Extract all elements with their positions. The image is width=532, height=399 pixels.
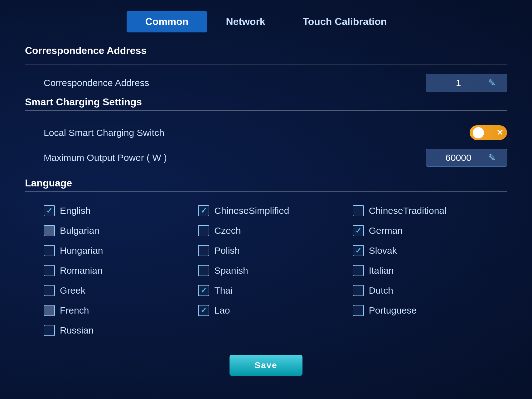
tab-bar: Common Network Touch Calibration — [25, 6, 507, 32]
lang-item-polish[interactable]: Polish — [198, 242, 352, 259]
checkbox-polish[interactable] — [198, 245, 209, 256]
lang-item-lao[interactable]: Lao — [198, 302, 352, 319]
language-column-3: ChineseTraditionalGermanSlovakItalianDut… — [353, 202, 507, 339]
lang-label-greek: Greek — [60, 285, 85, 296]
tab-network[interactable]: Network — [207, 11, 284, 32]
lang-label-chinesesimplified: ChineseSimplified — [214, 205, 289, 216]
save-button-container: Save — [25, 355, 507, 376]
lang-label-english: English — [60, 205, 90, 216]
lang-item-hungarian[interactable]: Hungarian — [44, 242, 198, 259]
lang-item-russian[interactable]: Russian — [44, 322, 198, 339]
max-output-power-row: Maximum Output Power ( W ) 60000 ✎ — [25, 144, 507, 171]
language-section: Language EnglishBulgarianHungarianRomani… — [25, 177, 507, 339]
language-column-1: EnglishBulgarianHungarianRomanianGreekFr… — [44, 202, 198, 339]
lang-label-german: German — [369, 225, 403, 236]
checkbox-english[interactable] — [44, 205, 55, 216]
max-output-power-value: 60000 — [434, 152, 483, 163]
checkbox-italian[interactable] — [353, 265, 364, 276]
lang-label-russian: Russian — [60, 325, 94, 336]
lang-label-italian: Italian — [369, 265, 394, 276]
language-grid: EnglishBulgarianHungarianRomanianGreekFr… — [25, 202, 507, 339]
lang-label-polish: Polish — [214, 245, 240, 256]
checkbox-spanish[interactable] — [198, 265, 209, 276]
language-column-2: ChineseSimplifiedCzechPolishSpanishThaiL… — [198, 202, 352, 339]
max-output-power-label: Maximum Output Power ( W ) — [44, 152, 426, 163]
checkbox-chinesetraditional[interactable] — [353, 205, 364, 216]
checkbox-slovak[interactable] — [353, 245, 364, 256]
lang-item-chinesesimplified[interactable]: ChineseSimplified — [198, 202, 352, 219]
lang-item-greek[interactable]: Greek — [44, 282, 198, 299]
language-section-header: Language — [25, 177, 507, 192]
lang-item-italian[interactable]: Italian — [353, 262, 507, 279]
toggle-x-icon: ✕ — [496, 128, 503, 137]
lang-item-slovak[interactable]: Slovak — [353, 242, 507, 259]
checkbox-hungarian[interactable] — [44, 245, 55, 256]
correspondence-address-input[interactable]: 1 ✎ — [426, 74, 507, 92]
correspondence-section-header: Correspondence Address — [25, 45, 507, 59]
checkbox-romanian[interactable] — [44, 265, 55, 276]
lang-label-bulgarian: Bulgarian — [60, 225, 99, 236]
tab-touch-calibration[interactable]: Touch Calibration — [284, 11, 406, 32]
checkbox-bulgarian[interactable] — [44, 225, 55, 236]
lang-label-chinesetraditional: ChineseTraditional — [369, 205, 447, 216]
save-button[interactable]: Save — [230, 355, 302, 376]
tab-common[interactable]: Common — [127, 11, 207, 32]
lang-item-bulgarian[interactable]: Bulgarian — [44, 222, 198, 239]
lang-item-french[interactable]: French — [44, 302, 198, 319]
lang-item-chinesetraditional[interactable]: ChineseTraditional — [353, 202, 507, 219]
lang-label-thai: Thai — [214, 285, 232, 296]
checkbox-greek[interactable] — [44, 285, 55, 296]
checkbox-russian[interactable] — [44, 325, 55, 336]
lang-label-hungarian: Hungarian — [60, 245, 103, 256]
lang-label-portuguese: Portuguese — [369, 305, 417, 316]
smart-charging-section-header: Smart Charging Settings — [25, 96, 507, 111]
checkbox-portuguese[interactable] — [353, 305, 364, 316]
checkbox-thai[interactable] — [198, 285, 209, 296]
lang-label-spanish: Spanish — [214, 265, 248, 276]
max-power-edit-icon[interactable]: ✎ — [488, 152, 499, 163]
smart-charging-toggle[interactable]: ✕ — [470, 125, 507, 140]
lang-label-romanian: Romanian — [60, 265, 103, 276]
lang-item-romanian[interactable]: Romanian — [44, 262, 198, 279]
smart-charging-switch-row: Local Smart Charging Switch ✕ — [25, 121, 507, 144]
toggle-circle — [473, 127, 484, 138]
correspondence-address-label: Correspondence Address — [44, 78, 426, 88]
lang-item-spanish[interactable]: Spanish — [198, 262, 352, 279]
correspondence-address-row: Correspondence Address 1 ✎ — [25, 70, 507, 96]
checkbox-lao[interactable] — [198, 305, 209, 316]
max-output-power-input[interactable]: 60000 ✎ — [426, 149, 507, 167]
lang-item-english[interactable]: English — [44, 202, 198, 219]
lang-item-dutch[interactable]: Dutch — [353, 282, 507, 299]
checkbox-czech[interactable] — [198, 225, 209, 236]
divider-language — [25, 197, 507, 197]
divider-correspondence — [25, 64, 507, 65]
checkbox-french[interactable] — [44, 305, 55, 316]
correspondence-edit-icon[interactable]: ✎ — [488, 77, 499, 89]
lang-label-french: French — [60, 305, 89, 316]
lang-item-thai[interactable]: Thai — [198, 282, 352, 299]
lang-item-czech[interactable]: Czech — [198, 222, 352, 239]
lang-label-czech: Czech — [214, 225, 241, 236]
divider-smart-charging — [25, 116, 507, 116]
lang-item-portuguese[interactable]: Portuguese — [353, 302, 507, 319]
checkbox-chinesesimplified[interactable] — [198, 205, 209, 216]
lang-label-slovak: Slovak — [369, 245, 397, 256]
correspondence-address-value: 1 — [434, 78, 483, 88]
checkbox-dutch[interactable] — [353, 285, 364, 296]
smart-charging-switch-label: Local Smart Charging Switch — [44, 127, 470, 138]
lang-item-german[interactable]: German — [353, 222, 507, 239]
lang-label-dutch: Dutch — [369, 285, 393, 296]
checkbox-german[interactable] — [353, 225, 364, 236]
lang-label-lao: Lao — [214, 305, 230, 316]
